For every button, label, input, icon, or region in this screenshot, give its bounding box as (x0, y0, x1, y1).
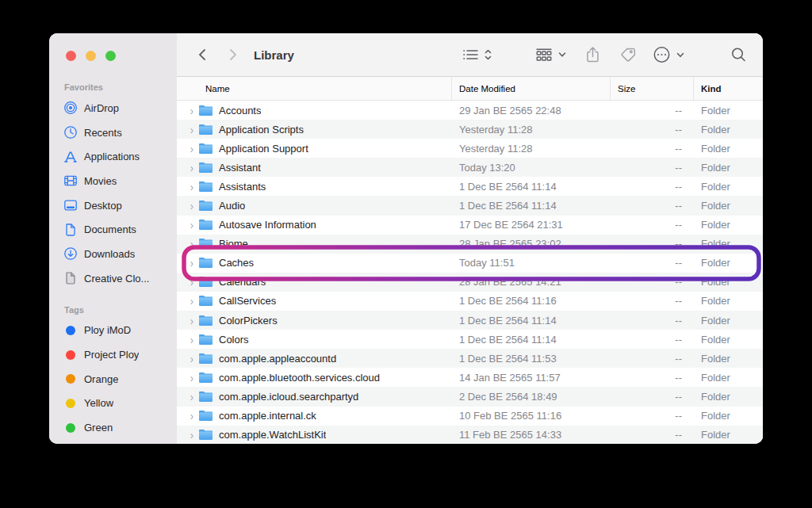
search-button[interactable] (730, 47, 747, 63)
file-row-application-support[interactable]: › Application Support Yesterday 11:28 --… (177, 139, 763, 158)
disclosure-chevron-icon[interactable]: › (187, 334, 197, 346)
more-actions-button[interactable] (653, 46, 684, 64)
file-row-com-apple-appleaccountd[interactable]: › com.apple.appleaccountd 1 Dec BE 2564 … (177, 349, 763, 368)
sidebar-item-applications[interactable]: Applications (49, 144, 177, 169)
file-name: ColorPickers (219, 315, 278, 327)
folder-icon (198, 162, 213, 174)
column-header-label: Date Modified (459, 84, 515, 94)
file-row-com-apple-watchlistkit[interactable]: › com.apple.WatchListKit 11 Feb BE 2565 … (177, 426, 763, 444)
chevron-left-icon (200, 50, 205, 59)
file-date-modified: 11 Feb BE 2565 14:33 (452, 429, 611, 441)
disclosure-chevron-icon[interactable]: › (187, 257, 197, 269)
column-header-date-modified[interactable]: Date Modified (452, 77, 611, 100)
file-name: Application Scripts (219, 124, 304, 136)
folder-icon (198, 353, 213, 365)
column-header-label: Size (618, 84, 635, 94)
share-button[interactable] (585, 46, 600, 63)
file-row-colorpickers[interactable]: › ColorPickers 1 Dec BE 2564 11:14 -- Fo… (177, 311, 763, 330)
sidebar-item-downloads[interactable]: Downloads (49, 242, 177, 266)
zoom-button[interactable] (105, 51, 116, 61)
sidebar-item-airdrop[interactable]: AirDrop (49, 96, 177, 120)
forward-button[interactable] (226, 48, 239, 62)
disclosure-chevron-icon[interactable]: › (187, 315, 197, 327)
file-date-modified: 29 Jan BE 2565 22:48 (452, 105, 611, 116)
sidebar-tag-ploy-imod[interactable]: Ploy iMoD (49, 319, 177, 343)
file-size: -- (611, 410, 694, 422)
sidebar-item-documents[interactable]: Documents (49, 217, 177, 242)
disclosure-chevron-icon[interactable]: › (187, 200, 197, 212)
view-mode-button[interactable] (462, 48, 492, 62)
folder-icon (198, 238, 213, 250)
minimize-button[interactable] (86, 51, 96, 61)
disclosure-chevron-icon[interactable]: › (187, 391, 197, 403)
disclosure-chevron-icon[interactable]: › (187, 124, 197, 136)
file-size: -- (611, 372, 694, 384)
file-row-assistants[interactable]: › Assistants 1 Dec BE 2564 11:14 -- Fold… (177, 177, 763, 196)
file-name: Assistants (219, 181, 266, 193)
column-header-size[interactable]: Size (611, 77, 694, 100)
file-row-audio[interactable]: › Audio 1 Dec BE 2564 11:14 -- Folder (177, 196, 763, 215)
file-size: -- (611, 124, 694, 136)
file-row-com-apple-internal-ck[interactable]: › com.apple.internal.ck 10 Feb BE 2565 1… (177, 407, 763, 426)
file-kind: Folder (694, 162, 763, 174)
file-row-caches[interactable]: › Caches Today 11:51 -- Folder (177, 254, 763, 273)
clock-icon (63, 124, 79, 140)
disclosure-chevron-icon[interactable]: › (187, 143, 197, 155)
file-date-modified: 1 Dec BE 2564 11:14 (452, 181, 611, 193)
disclosure-chevron-icon[interactable]: › (187, 162, 197, 174)
file-size: -- (611, 181, 694, 193)
file-row-biome[interactable]: › Biome 28 Jan BE 2565 23:02 -- Folder (177, 235, 763, 254)
file-row-autosave-information[interactable]: › Autosave Information 17 Dec BE 2564 21… (177, 216, 763, 235)
back-button[interactable] (196, 48, 209, 62)
sidebar-tag-project-ploy[interactable]: Project Ploy (49, 342, 177, 367)
sidebar-tag-orange[interactable]: Orange (49, 367, 177, 392)
disclosure-chevron-icon[interactable]: › (187, 429, 197, 441)
sidebar-item-recents[interactable]: Recents (49, 120, 177, 145)
close-button[interactable] (66, 51, 76, 61)
disclosure-chevron-icon[interactable]: › (187, 410, 197, 422)
disclosure-chevron-icon[interactable]: › (187, 105, 197, 116)
disclosure-chevron-icon[interactable]: › (187, 276, 197, 288)
column-header-kind[interactable]: Kind (694, 77, 763, 100)
disclosure-chevron-icon[interactable]: › (187, 372, 197, 384)
file-row-com-apple-icloud-searchpartyd[interactable]: › com.apple.icloud.searchpartyd 2 Dec BE… (177, 387, 763, 406)
file-row-calendars[interactable]: › Calendars 28 Jan BE 2565 14:21 -- Fold… (177, 273, 763, 292)
file-kind: Folder (694, 219, 763, 231)
file-row-com-apple-bluetooth-services-cloud[interactable]: › com.apple.bluetooth.services.cloud 14 … (177, 368, 763, 387)
group-by-icon (535, 48, 553, 62)
file-row-application-scripts[interactable]: › Application Scripts Yesterday 11:28 --… (177, 120, 763, 139)
tags-section-label: Tags (49, 304, 177, 315)
sidebar-tag-yellow[interactable]: Yellow (49, 392, 177, 416)
disclosure-chevron-icon[interactable]: › (187, 353, 197, 365)
disclosure-chevron-icon[interactable]: › (187, 219, 197, 231)
folder-icon (198, 219, 213, 231)
file-name: com.apple.bluetooth.services.cloud (219, 372, 380, 384)
sidebar-item-movies[interactable]: Movies (49, 169, 177, 193)
file-size: -- (611, 315, 694, 327)
file-name: Calendars (219, 276, 266, 288)
file-row-colors[interactable]: › Colors 1 Dec BE 2564 11:14 -- Folder (177, 330, 763, 349)
chevron-right-icon (231, 50, 236, 59)
folder-icon (198, 410, 213, 422)
file-name: Application Support (219, 143, 308, 155)
screenshot-canvas: Favorites AirDropRecentsApplicationsMovi… (0, 0, 812, 508)
folder-icon (198, 105, 213, 116)
disclosure-chevron-icon[interactable]: › (187, 238, 197, 250)
applications-icon (63, 149, 79, 165)
file-name: com.apple.WatchListKit (219, 429, 326, 441)
column-header-name[interactable]: Name (177, 77, 452, 100)
file-kind: Folder (694, 276, 763, 288)
file-name: Autosave Information (219, 219, 316, 231)
tag-button[interactable] (619, 46, 637, 63)
sidebar-item-creative-clo[interactable]: Creative Clo... (49, 266, 177, 291)
file-row-assistant[interactable]: › Assistant Today 13:20 -- Folder (177, 158, 763, 177)
disclosure-chevron-icon[interactable]: › (187, 295, 197, 307)
sidebar-item-desktop[interactable]: Desktop (49, 193, 177, 218)
sidebar-tag-green[interactable]: Green (49, 415, 177, 440)
disclosure-chevron-icon[interactable]: › (187, 181, 197, 193)
finder-toolbar: Library (177, 33, 763, 77)
file-row-accounts[interactable]: › Accounts 29 Jan BE 2565 22:48 -- Folde… (177, 101, 763, 120)
gray-document-icon (63, 270, 79, 286)
file-row-callservices[interactable]: › CallServices 1 Dec BE 2564 11:16 -- Fo… (177, 292, 763, 311)
group-by-button[interactable] (535, 48, 566, 62)
